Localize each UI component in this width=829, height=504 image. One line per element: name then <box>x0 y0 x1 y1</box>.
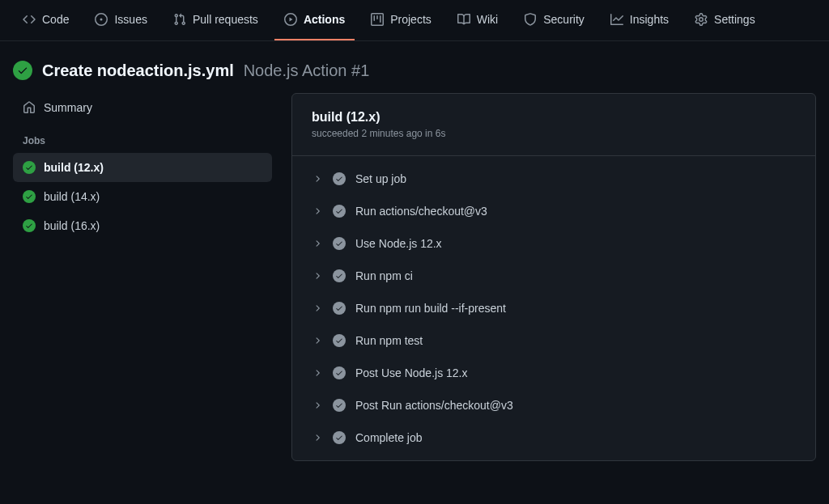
code-icon <box>23 13 36 26</box>
tab-insights[interactable]: Insights <box>601 0 678 40</box>
step-name: Run actions/checkout@v3 <box>355 205 487 218</box>
step-success-icon <box>333 366 346 379</box>
book-icon <box>457 13 470 26</box>
workflow-title: Create nodeaction.js.yml <box>42 61 234 79</box>
step-name: Run npm run build --if-present <box>355 302 506 315</box>
sidebar-summary-label: Summary <box>44 101 92 114</box>
gear-icon <box>695 13 708 26</box>
tab-label: Pull requests <box>193 13 258 26</box>
step-name: Post Use Node.js 12.x <box>355 366 468 379</box>
step-name: Run npm test <box>355 334 423 347</box>
step-success-icon <box>333 399 346 412</box>
sidebar-job-build-16x[interactable]: build (16.x) <box>13 211 272 240</box>
step-success-icon <box>333 302 346 315</box>
tab-code[interactable]: Code <box>13 0 79 40</box>
step-success-icon <box>333 205 346 218</box>
chevron-right-icon <box>312 205 323 217</box>
tab-label: Projects <box>390 13 432 26</box>
tab-projects[interactable]: Projects <box>361 0 441 40</box>
step-item[interactable]: Run npm run build --if-present <box>292 292 815 324</box>
shield-icon <box>524 13 537 26</box>
chevron-right-icon <box>312 173 323 184</box>
sidebar-job-build-12x[interactable]: build (12.x) <box>13 153 272 182</box>
tab-label: Actions <box>304 13 345 26</box>
step-success-icon <box>333 237 346 250</box>
chevron-right-icon <box>312 238 323 249</box>
job-meta: succeeded 2 minutes ago in 6s <box>312 128 796 139</box>
step-item[interactable]: Post Run actions/checkout@v3 <box>292 389 815 421</box>
chevron-right-icon <box>312 270 323 282</box>
chevron-right-icon <box>312 303 323 314</box>
job-title: build (12.x) <box>312 110 796 125</box>
tab-label: Insights <box>630 13 669 26</box>
project-icon <box>371 13 384 26</box>
tab-settings[interactable]: Settings <box>685 0 765 40</box>
workflow-header: Create nodeaction.js.yml Node.js Action … <box>0 41 829 93</box>
sidebar-job-label: build (14.x) <box>44 190 100 203</box>
tab-wiki[interactable]: Wiki <box>448 0 508 40</box>
tab-actions[interactable]: Actions <box>274 0 355 40</box>
sidebar-summary[interactable]: Summary <box>13 93 272 122</box>
workflow-title-container: Create nodeaction.js.yml Node.js Action … <box>42 61 369 80</box>
step-name: Use Node.js 12.x <box>355 237 442 250</box>
tab-pull-requests[interactable]: Pull requests <box>164 0 268 40</box>
tab-label: Wiki <box>477 13 498 26</box>
chevron-right-icon <box>312 335 323 346</box>
step-item[interactable]: Run actions/checkout@v3 <box>292 195 815 227</box>
step-item[interactable]: Use Node.js 12.x <box>292 227 815 260</box>
step-item[interactable]: Set up job <box>292 163 815 195</box>
workflow-subtitle: Node.js Action #1 <box>244 61 370 79</box>
step-item[interactable]: Post Use Node.js 12.x <box>292 357 815 389</box>
play-icon <box>284 13 297 26</box>
chevron-right-icon <box>312 367 323 379</box>
sidebar-job-build-14x[interactable]: build (14.x) <box>13 182 272 211</box>
step-item[interactable]: Run npm ci <box>292 260 815 292</box>
job-panel: build (12.x) succeeded 2 minutes ago in … <box>291 93 816 461</box>
step-name: Post Run actions/checkout@v3 <box>355 399 513 412</box>
repo-nav-tabs: Code Issues Pull requests Actions Projec… <box>0 0 829 41</box>
step-list: Set up job Run actions/checkout@v3 Use N… <box>292 156 815 460</box>
tab-security[interactable]: Security <box>514 0 594 40</box>
graph-icon <box>610 13 623 26</box>
sidebar-jobs-heading: Jobs <box>13 122 272 153</box>
step-item[interactable]: Run npm test <box>292 324 815 357</box>
issue-icon <box>95 13 108 26</box>
tab-issues[interactable]: Issues <box>85 0 156 40</box>
success-icon <box>13 61 32 80</box>
chevron-right-icon <box>312 400 323 411</box>
step-name: Run npm ci <box>355 269 413 282</box>
chevron-right-icon <box>312 432 323 443</box>
step-success-icon <box>333 269 346 282</box>
success-icon <box>23 161 36 174</box>
job-header: build (12.x) succeeded 2 minutes ago in … <box>292 94 815 156</box>
sidebar-job-label: build (12.x) <box>44 161 104 174</box>
sidebar-job-label: build (16.x) <box>44 219 100 232</box>
success-icon <box>23 190 36 203</box>
tab-label: Code <box>42 13 69 26</box>
pr-icon <box>173 13 186 26</box>
tab-label: Issues <box>114 13 147 26</box>
step-item[interactable]: Complete job <box>292 421 815 454</box>
step-success-icon <box>333 431 346 444</box>
step-name: Complete job <box>355 431 423 444</box>
home-icon <box>23 101 36 114</box>
sidebar: Summary Jobs build (12.x) build (14.x) b… <box>13 93 272 461</box>
step-success-icon <box>333 172 346 185</box>
tab-label: Settings <box>714 13 755 26</box>
step-success-icon <box>333 334 346 347</box>
step-name: Set up job <box>355 172 406 185</box>
tab-label: Security <box>543 13 585 26</box>
content-area: Summary Jobs build (12.x) build (14.x) b… <box>0 93 829 461</box>
success-icon <box>23 219 36 232</box>
